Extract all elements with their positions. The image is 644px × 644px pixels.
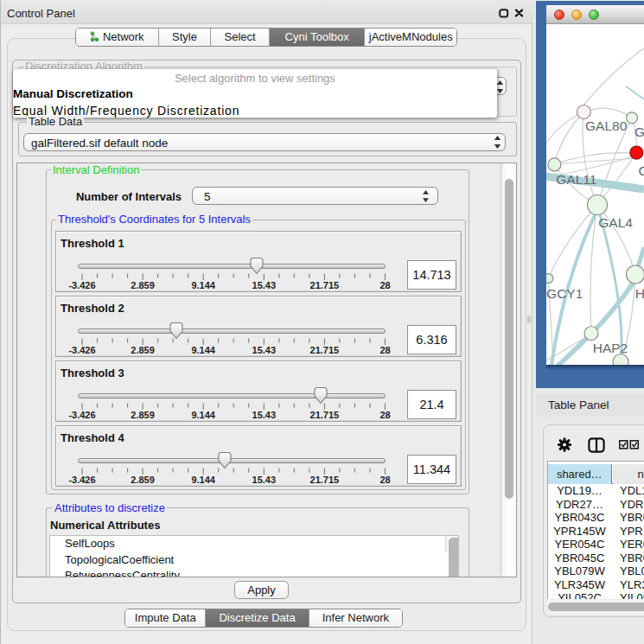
svg-text:GAL11: GAL11 — [556, 172, 596, 187]
svg-text:H: H — [635, 286, 644, 301]
svg-text:GAL80: GAL80 — [585, 118, 628, 133]
svg-text:HAP2: HAP2 — [593, 341, 628, 355]
svg-text:GAL4: GAL4 — [598, 215, 633, 230]
svg-text:GA: GA — [634, 124, 644, 139]
svg-text:C: C — [639, 163, 644, 178]
svg-text:GCY1: GCY1 — [546, 286, 583, 301]
